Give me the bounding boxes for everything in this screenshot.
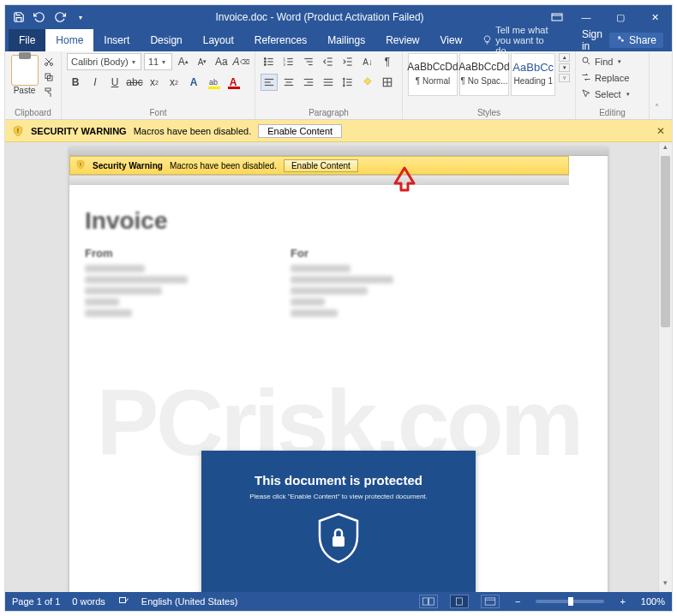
- change-case-icon[interactable]: Aa: [213, 53, 230, 70]
- style-normal[interactable]: AaBbCcDd ¶ Normal: [408, 53, 458, 96]
- numbering-icon[interactable]: 123: [280, 53, 297, 70]
- svg-point-3: [621, 39, 624, 42]
- justify-icon[interactable]: [320, 74, 337, 91]
- align-center-icon[interactable]: [280, 74, 297, 91]
- redo-icon[interactable]: [51, 9, 69, 26]
- replace-button[interactable]: Replace: [581, 71, 644, 85]
- titlebar: ▾ Invoice.doc - Word (Product Activation…: [5, 5, 672, 29]
- font-color-icon[interactable]: A: [225, 74, 242, 91]
- highlight-icon[interactable]: ab: [205, 74, 222, 91]
- tab-layout[interactable]: Layout: [193, 29, 244, 51]
- tab-file[interactable]: File: [9, 29, 45, 51]
- styles-more-icon[interactable]: ▴▾▿: [557, 53, 570, 82]
- grow-font-icon[interactable]: A▴: [175, 53, 191, 70]
- find-button[interactable]: Find▾: [581, 55, 644, 69]
- tab-design[interactable]: Design: [140, 29, 192, 51]
- zoom-out-icon[interactable]: −: [512, 596, 524, 607]
- minimize-button[interactable]: —: [569, 5, 603, 29]
- strike-button[interactable]: abc: [126, 74, 143, 91]
- save-icon[interactable]: [10, 9, 27, 26]
- text-effects-icon[interactable]: A: [185, 74, 202, 91]
- shield-lock-icon: [315, 511, 362, 565]
- from-label: From: [85, 247, 188, 260]
- word-count[interactable]: 0 words: [72, 596, 105, 607]
- language-indicator[interactable]: English (United States): [141, 596, 238, 607]
- format-painter-icon[interactable]: [42, 86, 56, 99]
- bullets-icon[interactable]: [261, 53, 278, 70]
- bold-button[interactable]: B: [67, 74, 84, 91]
- tell-me-placeholder: Tell me what you want to do...: [495, 25, 563, 56]
- select-button[interactable]: Select▾: [581, 87, 644, 101]
- maximize-button[interactable]: ▢: [603, 5, 638, 29]
- zoom-slider[interactable]: [536, 600, 604, 603]
- style-nospacing[interactable]: AaBbCcDd ¶ No Spac...: [459, 53, 509, 96]
- svg-point-11: [264, 58, 266, 60]
- tab-home[interactable]: Home: [45, 29, 93, 51]
- lightbulb-icon: [482, 35, 492, 46]
- superscript-button[interactable]: x2: [165, 74, 183, 91]
- shield-icon: !: [75, 159, 86, 171]
- svg-rect-10: [45, 88, 51, 91]
- ribbon-tabs: File Home Insert Design Layout Reference…: [5, 29, 672, 51]
- read-mode-icon[interactable]: [419, 595, 438, 608]
- clipboard-icon: [11, 55, 39, 86]
- multilevel-icon[interactable]: [300, 53, 317, 70]
- zoom-in-icon[interactable]: +: [616, 596, 628, 607]
- copy-icon[interactable]: [42, 70, 56, 84]
- signin-link[interactable]: Sign in: [582, 28, 602, 52]
- page-indicator[interactable]: Page 1 of 1: [12, 596, 60, 607]
- italic-button[interactable]: I: [87, 74, 104, 91]
- window-title: Invoice.doc - Word (Product Activation F…: [94, 11, 545, 23]
- share-button[interactable]: Share: [609, 33, 663, 48]
- vertical-scrollbar[interactable]: ▴ ▾: [658, 142, 672, 592]
- red-arrow-icon: [393, 166, 416, 195]
- print-layout-icon[interactable]: [450, 595, 469, 608]
- increase-indent-icon[interactable]: [339, 53, 356, 70]
- spellcheck-icon[interactable]: [117, 595, 129, 607]
- collapse-ribbon-icon[interactable]: ˄: [650, 51, 663, 119]
- svg-point-4: [45, 63, 48, 66]
- undo-icon[interactable]: [31, 9, 48, 26]
- underline-button[interactable]: U: [106, 74, 123, 91]
- pilcrow-icon[interactable]: ¶: [379, 53, 396, 70]
- svg-text:3: 3: [284, 63, 286, 67]
- paste-button[interactable]: Paste: [10, 53, 39, 95]
- decrease-indent-icon[interactable]: [320, 53, 337, 70]
- borders-icon[interactable]: [379, 74, 396, 91]
- zoom-level[interactable]: 100%: [641, 596, 665, 607]
- cut-icon[interactable]: [42, 55, 56, 69]
- tab-references[interactable]: References: [244, 29, 317, 51]
- enable-content-button[interactable]: Enable Content: [258, 124, 342, 138]
- group-editing-label: Editing: [581, 108, 644, 119]
- close-button[interactable]: ✕: [638, 5, 672, 29]
- clear-format-icon[interactable]: A⌫: [232, 53, 249, 70]
- svg-point-50: [583, 57, 588, 63]
- cursor-icon: [581, 88, 591, 100]
- tab-view[interactable]: View: [430, 29, 473, 51]
- svg-rect-55: [119, 598, 125, 603]
- protected-overlay: This document is protected Please click …: [201, 451, 476, 592]
- replace-icon: [581, 72, 591, 84]
- line-spacing-icon[interactable]: [339, 74, 356, 91]
- align-right-icon[interactable]: [300, 74, 317, 91]
- align-left-icon[interactable]: [261, 74, 278, 91]
- share-label: Share: [629, 34, 656, 46]
- style-heading1[interactable]: AaBbCc Heading 1: [511, 53, 555, 96]
- tab-mailings[interactable]: Mailings: [317, 29, 375, 51]
- secbar-close-icon[interactable]: ✕: [656, 125, 665, 137]
- font-size-combo[interactable]: 11▾: [144, 53, 172, 70]
- group-clipboard-label: Clipboard: [10, 108, 56, 119]
- web-layout-icon[interactable]: [481, 595, 500, 608]
- document-area: ! Security Warning Macros have been disa…: [5, 142, 672, 592]
- tab-review[interactable]: Review: [375, 29, 429, 51]
- svg-rect-0: [552, 14, 562, 21]
- subscript-button[interactable]: x2: [146, 74, 163, 91]
- sort-icon[interactable]: A↓: [359, 53, 376, 70]
- qat-more-icon[interactable]: ▾: [72, 9, 89, 26]
- svg-rect-57: [429, 598, 434, 605]
- shrink-font-icon[interactable]: A▾: [194, 53, 210, 70]
- shading-icon[interactable]: [359, 74, 376, 91]
- tab-insert[interactable]: Insert: [93, 29, 140, 51]
- tell-me[interactable]: Tell me what you want to do...: [472, 29, 573, 51]
- font-name-combo[interactable]: Calibri (Body)▾: [67, 53, 141, 70]
